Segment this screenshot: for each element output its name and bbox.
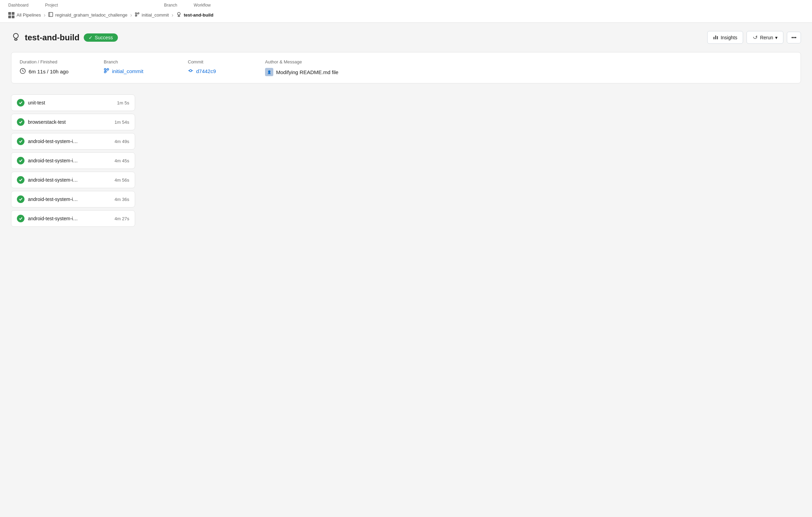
project-icon [48,12,53,18]
duration-value: 6m 11s / 10h ago [20,68,95,75]
info-col-commit: Commit d7442c9 [188,59,257,76]
job-duration: 4m 27s [114,216,129,221]
job-item[interactable]: browserstack-test 1m 54s [11,114,135,130]
nav-labels: Dashboard Project Branch Workflow [8,3,804,8]
status-badge: ✓ Success [84,33,118,42]
insights-chart-icon [713,34,719,41]
page-header: test-and-build ✓ Success Insights [11,31,801,44]
header-actions: Insights Rerun ▾ ••• [707,31,801,44]
svg-rect-7 [715,36,716,39]
job-left: android-test-system-i… [17,215,78,222]
job-name: android-test-system-i… [28,196,78,202]
svg-rect-6 [713,37,714,39]
status-check-icon: ✓ [89,35,93,40]
commit-icon [188,68,193,74]
job-name: android-test-system-i… [28,216,78,221]
job-name: android-test-system-i… [28,177,78,183]
more-icon: ••• [791,35,796,40]
job-name: unit-test [28,100,45,105]
breadcrumb: All Pipelines › reginald_graham_teladoc_… [8,9,804,22]
rerun-dropdown-arrow: ▾ [775,35,778,40]
job-name: android-test-system-i… [28,139,78,144]
breadcrumb-all-pipelines[interactable]: All Pipelines [8,12,41,18]
rerun-icon [752,34,758,41]
svg-rect-8 [717,36,718,39]
job-item[interactable]: unit-test 1m 5s [11,94,135,111]
project-nav-label: Project [45,3,58,8]
job-duration: 4m 49s [114,139,129,144]
job-name: browserstack-test [28,119,66,125]
info-col-branch: Branch initial_commit [104,59,180,76]
job-duration: 1m 5s [117,100,129,105]
dashboard-nav-label: Dashboard [8,3,29,8]
info-grid: Duration / Finished 6m 11s / 10h ago Bra… [20,59,792,76]
job-left: unit-test [17,99,45,107]
rerun-button[interactable]: Rerun ▾ [747,31,783,44]
branch-value: initial_commit [104,68,180,74]
workflow-icon-breadcrumb [176,12,182,18]
job-success-icon [17,138,24,145]
workflow-nav-label: Workflow [194,3,211,8]
svg-point-14 [190,70,192,72]
more-options-button[interactable]: ••• [787,32,801,43]
info-col-duration: Duration / Finished 6m 11s / 10h ago [20,59,95,76]
job-left: android-test-system-i… [17,195,78,203]
branch-nav-label: Branch [164,3,177,8]
main-content: test-and-build ✓ Success Insights [0,23,812,235]
breadcrumb-project[interactable]: reginald_graham_teladoc_challenge [48,12,128,18]
job-success-icon [17,215,24,222]
job-duration: 4m 56s [114,178,129,183]
job-success-icon [17,176,24,184]
commit-value: d7442c9 [188,68,257,74]
job-success-icon [17,118,24,126]
branch-icon-info [104,68,109,74]
job-success-icon [17,157,24,164]
svg-rect-0 [49,12,53,17]
commit-link[interactable]: d7442c9 [196,68,216,74]
breadcrumb-sep-1: › [44,12,45,18]
top-nav: Dashboard Project Branch Workflow All Pi… [0,0,812,23]
job-left: android-test-system-i… [17,157,78,164]
job-duration: 4m 45s [114,158,129,163]
job-item[interactable]: android-test-system-i… 4m 27s [11,210,135,227]
job-item[interactable]: android-test-system-i… 4m 45s [11,152,135,169]
job-item[interactable]: android-test-system-i… 4m 49s [11,133,135,150]
jobs-list: unit-test 1m 5s browserstack-test 1m 54s… [11,94,135,227]
job-left: browserstack-test [17,118,66,126]
clock-icon [20,68,26,75]
branch-icon [135,12,140,18]
job-duration: 1m 54s [114,120,129,125]
info-col-author: Author & Message 👤 Modifying README.md f… [265,59,792,76]
job-success-icon [17,195,24,203]
job-left: android-test-system-i… [17,138,78,145]
breadcrumb-current-workflow: test-and-build [176,12,213,18]
job-duration: 4m 36s [114,197,129,202]
page-title: test-and-build [25,33,80,42]
author-value: 👤 Modifying README.md file [265,68,792,76]
job-name: android-test-system-i… [28,158,78,163]
breadcrumb-sep-2: › [130,12,132,18]
page-title-section: test-and-build ✓ Success [11,32,118,43]
branch-link[interactable]: initial_commit [112,68,143,74]
job-item[interactable]: android-test-system-i… 4m 36s [11,191,135,207]
job-left: android-test-system-i… [17,176,78,184]
info-card: Duration / Finished 6m 11s / 10h ago Bra… [11,52,801,83]
avatar: 👤 [265,68,273,76]
workflow-title-icon [11,32,21,43]
insights-button[interactable]: Insights [707,31,743,44]
breadcrumb-sep-3: › [172,12,173,18]
breadcrumb-branch[interactable]: initial_commit [135,12,169,18]
grid-icon [8,12,14,18]
job-item[interactable]: android-test-system-i… 4m 56s [11,172,135,188]
job-success-icon [17,99,24,107]
